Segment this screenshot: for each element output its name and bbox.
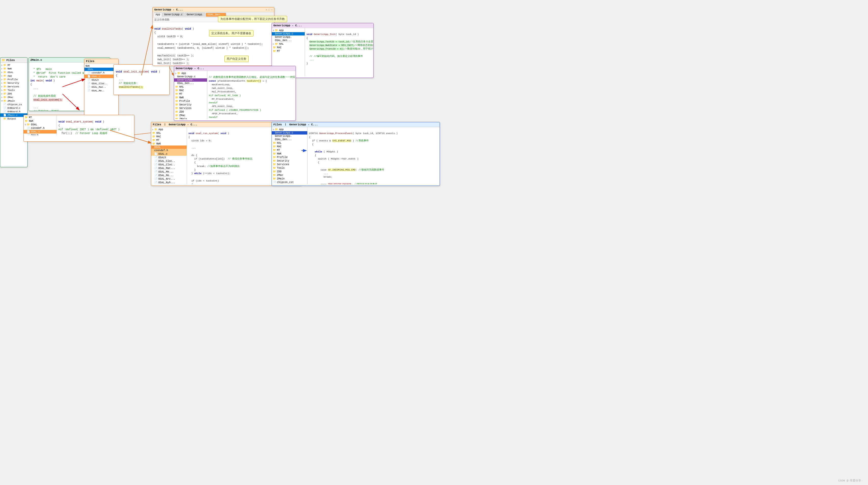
proc-tree-zmain[interactable]: 📁ZMain (272, 177, 307, 180)
osal-run-tree: ▷📁App 📁HAL 📁MAC 📁MT 📁NWK ▽OSAL conndef.h… (151, 127, 187, 184)
start-tree-mt[interactable]: 📁MT (24, 116, 57, 119)
proc-tree-services[interactable]: 📁Services (272, 163, 307, 166)
osal-run-sep: | (164, 123, 165, 126)
run-tree-app[interactable]: ▷📁App (151, 127, 187, 131)
run-tree-osalnrc[interactable]: 📄OSAL_Nrc... (151, 177, 187, 181)
evts-tree-mac[interactable]: 📁MAC (174, 89, 207, 92)
osal-start-body: 📁MT 📁NWK ▽📁OSAL 📄conndef.h 📄OSAL.c 📄OSAL… (24, 115, 134, 135)
tree-security[interactable]: ▷📁Security (0, 81, 27, 85)
run-tree-osal[interactable]: ▽OSAL (151, 145, 187, 149)
zmain-panel-title: Files (6, 59, 15, 62)
proc-tree-security[interactable]: 📁Security (272, 159, 307, 163)
run-tree-osalcloc1[interactable]: 📄OSAL_Cloc.. (151, 159, 187, 163)
osal-nwk-header: Files (84, 59, 118, 64)
tree-osal[interactable]: ▷📁OSAL (0, 70, 27, 74)
tree-profile[interactable]: ▷📁Profile (0, 78, 27, 81)
annotation-sys-tasks: 定义系统任务, 用户不需要修改 (209, 30, 253, 36)
proc-tree-genericappc[interactable]: GenericApp.c (272, 131, 307, 135)
evts-tree-profile[interactable]: 📁Profile (174, 99, 207, 103)
annotation-sys-tasks-text: 定义系统任务, 用户不需要修改 (211, 32, 251, 35)
osal-init-code-content: void osal_init_system( void ) { ... // 初… (114, 64, 169, 95)
proc-tree-app[interactable]: ▽📁App (272, 127, 307, 131)
file-icon: 📁 (2, 58, 5, 62)
watermark-text: CSDN @-常爱分享- (838, 479, 863, 482)
run-tree-conndef[interactable]: conndef.h (151, 149, 187, 152)
proc-tree-profile[interactable]: 📁Profile (272, 155, 307, 159)
proc-tree-mt[interactable]: 📁MT (272, 148, 307, 152)
tab-genericappc[interactable]: GenericApp.c (162, 13, 184, 17)
tab-genericapp[interactable]: GenericApp. (185, 13, 205, 17)
init-tree-genericapp[interactable]: GenericApp. (272, 35, 305, 39)
start-tree-conndef[interactable]: 📄conndef.h (24, 126, 57, 130)
tree-chipcon[interactable]: 📄chipcon_cs (0, 103, 27, 106)
init-tree-mac[interactable]: 📁MAC (272, 46, 305, 49)
run-tree-osalh[interactable]: 📄OSALh (151, 156, 187, 159)
generic-app-process-header: Files | GenericApp - C... (272, 122, 440, 127)
tree-services[interactable]: ▷📁Services (0, 85, 27, 88)
generic-app-events-tree: ▷📁App GenericApp.c GenericApp. OSAL_Gen.… (174, 71, 207, 119)
tree-zmain-folder[interactable]: ▽📁ZMain (0, 99, 27, 103)
tree-onboard-h[interactable]: 📄OnBoard.h (0, 110, 27, 113)
annotation-user-tasks: 用户自定义任务 (224, 56, 249, 62)
start-tree-nwk[interactable]: 📁NWK (24, 119, 57, 123)
run-tree-osalme2[interactable]: 📄OSAL_Me... (151, 174, 187, 177)
evts-tree-services[interactable]: 📁Services (174, 107, 207, 110)
tree-mt[interactable]: ▷📁MT (0, 63, 27, 67)
evts-tree-osalgen[interactable]: OSAL_Gen... (174, 82, 207, 85)
zmain-file-tree-header: 📁 Files (0, 58, 27, 63)
init-tree-osalgen[interactable]: OSAL_Gen... (272, 39, 305, 42)
evts-tree-genericappc[interactable]: GenericApp.c (174, 75, 207, 78)
proc-tree-nwk[interactable]: 📁NWK (272, 152, 307, 155)
generic-app-top-controls: ✕ □ — (266, 8, 273, 11)
generic-app-process-tree: ▽📁App GenericApp.c GenericApp. OSAL_Gen.… (272, 127, 308, 184)
evts-tree-genericapp[interactable]: GenericApp. (174, 78, 207, 82)
run-tree-osalc[interactable]: 📄OSAL.c (151, 152, 187, 156)
generic-app-process-panel: Files | GenericApp - C... ▽📁App GenericA… (272, 122, 440, 186)
run-tree-osalmat[interactable]: 📄OSAL_Mat... (151, 166, 187, 170)
proc-tree-genericapp[interactable]: GenericApp. (272, 135, 307, 138)
proc-tree-osalgen[interactable]: OSAL_Gen... (272, 138, 307, 141)
proc-tree-zdo[interactable]: 📁ZDO (272, 170, 307, 173)
run-tree-osalcloc2[interactable]: 📄OSAL_Cloc.. (151, 163, 187, 166)
evts-tree-app[interactable]: ▷📁App (174, 72, 207, 75)
evts-tree-security[interactable]: 📁Security (174, 103, 207, 107)
evts-tree-mt[interactable]: 📁MT (174, 92, 207, 96)
tree-onboard-c[interactable]: 📄OnBoard.c (0, 106, 27, 110)
run-tree-mt[interactable]: 📁MT (151, 138, 187, 142)
start-tree-osalc[interactable]: 📄OSAL.c (24, 130, 57, 134)
proc-tree-zmac[interactable]: 📁ZMac (272, 173, 307, 177)
tree-tools[interactable]: ▷📁Tools (0, 88, 27, 92)
init-tree-genericappd[interactable]: GenericApp.c (272, 32, 305, 35)
run-tree-osalnyh[interactable]: 📄OSAL_Nyh... (151, 181, 187, 184)
evts-tree-zmain[interactable]: 📁ZMain (174, 117, 207, 119)
init-tree-app[interactable]: ▽📁App (272, 29, 305, 32)
tree-nwk[interactable]: ▷📁NWK (0, 67, 27, 70)
annotation-task-events-text: 为任务事件创建分配空间，用下面定义的任务书升数 (220, 18, 285, 21)
tree-zdo[interactable]: ▷📁ZDO (0, 92, 27, 95)
proc-tree-hal[interactable]: 📁HAL (272, 141, 307, 145)
proc-tree-tools[interactable]: 📁Tools (272, 166, 307, 170)
osal-start-tree: 📁MT 📁NWK ▽📁OSAL 📄conndef.h 📄OSAL.c 📄OSAL… (24, 115, 57, 135)
init-tree-mt[interactable]: 📁MT (272, 49, 305, 53)
osal-init-code-panel: void osal_init_system( void ) { ... // 初… (114, 64, 169, 95)
tab-app[interactable]: App (154, 13, 162, 17)
evts-tree-hal[interactable]: 📁HAL (174, 85, 207, 89)
run-tree-hal[interactable]: 📁HAL (151, 131, 187, 135)
start-tree-osalh[interactable]: 📄OSALh (24, 134, 57, 135)
run-tree-osalme1[interactable]: 📄OSAL_Me... (151, 170, 187, 174)
evts-tree-zdo[interactable]: 📁ZDO (174, 110, 207, 114)
evts-tree-nwk[interactable]: 📁NWK (174, 96, 207, 99)
run-tree-mac[interactable]: 📁MAC (151, 135, 187, 138)
proc-tree-chipcon[interactable]: 📄chipcon_cst (272, 180, 307, 184)
tree-zmac[interactable]: ▷📁ZMac (0, 95, 27, 99)
generic-app-events-title: GenericApp - C... (176, 67, 204, 70)
evts-tree-zmac[interactable]: 📁ZMac (174, 114, 207, 117)
tree-app[interactable]: ▷📁App (0, 74, 27, 78)
run-tree-nwk[interactable]: 📁NWK (151, 142, 187, 145)
init-tree-hal[interactable]: ▷📁HAL (272, 42, 305, 46)
proc-tree-mac[interactable]: 📁MAC (272, 145, 307, 148)
annotation-task-events: 为任务事件创建分配空间，用下面定义的任务书升数 (218, 16, 287, 22)
osal-start-code: void osal_start_system( void ) { #if !de… (57, 115, 134, 135)
start-tree-osal[interactable]: ▽📁OSAL (24, 123, 57, 126)
generic-app-events-code: // 此数组是任务事件处理函数的入口地址, 必须与定义的任务函数一一对应 con… (207, 71, 296, 119)
